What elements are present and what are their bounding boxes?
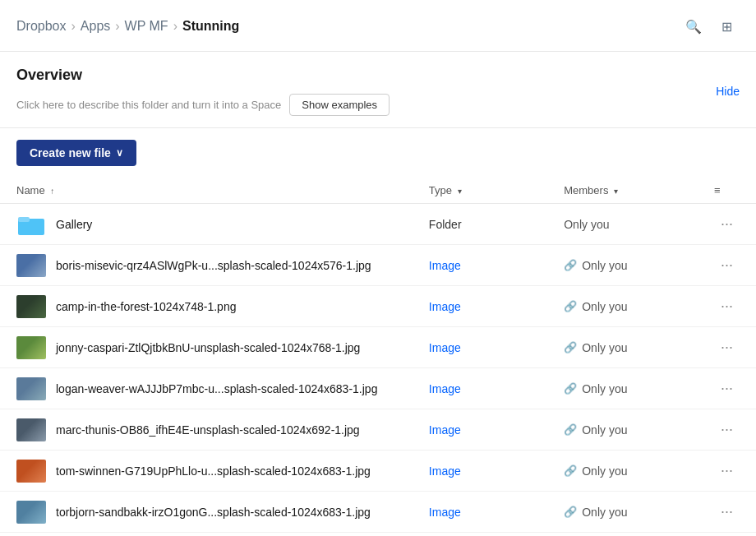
members-label: Only you — [582, 300, 627, 313]
members-cell: 🔗Only you — [564, 464, 681, 478]
members-cell: 🔗Only you — [564, 382, 681, 395]
table-row: torbjorn-sandbakk-irzO1gonG...splash-sca… — [0, 492, 756, 533]
file-table: Name ↑ Type ▾ Members ▾ ≡ — [0, 178, 756, 533]
col-header-members[interactable]: Members ▾ — [547, 178, 698, 204]
breadcrumb-current: Stunning — [182, 19, 239, 34]
sort-arrow-type: ▾ — [458, 187, 462, 196]
members-label: Only you — [582, 464, 627, 478]
more-options-button[interactable]: ··· — [714, 459, 740, 483]
file-thumbnail — [16, 254, 46, 277]
file-name-cell: torbjorn-sandbakk-irzO1gonG...splash-sca… — [16, 501, 396, 524]
file-thumbnail — [16, 418, 46, 441]
overview-description: Click here to describe this folder and t… — [16, 94, 390, 116]
file-name[interactable]: camp-in-the-forest-1024x748-1.png — [56, 300, 236, 313]
file-name-cell: marc-thunis-OB86_ifhE4E-unsplash-scaled-… — [16, 418, 396, 441]
more-options-button[interactable]: ··· — [714, 377, 740, 400]
search-button[interactable]: 🔍 — [680, 13, 707, 39]
svg-rect-1 — [18, 217, 30, 222]
chevron-down-icon: ∨ — [116, 147, 123, 159]
members-label: Only you — [582, 506, 627, 519]
link-icon: 🔗 — [564, 300, 577, 312]
file-name[interactable]: marc-thunis-OB86_ifhE4E-unsplash-scaled-… — [56, 423, 360, 437]
folder-icon — [16, 213, 46, 236]
members-label: Only you — [582, 341, 627, 354]
members-cell: 🔗Only you — [564, 341, 681, 354]
show-examples-button[interactable]: Show examples — [289, 94, 390, 116]
file-thumbnail — [16, 377, 46, 400]
file-type: Image — [429, 300, 461, 313]
header-actions: 🔍 ⊞ — [680, 13, 740, 39]
overview-description-text[interactable]: Click here to describe this folder and t… — [16, 99, 281, 111]
link-icon: 🔗 — [564, 506, 577, 518]
link-icon: 🔗 — [564, 341, 577, 353]
more-options-button[interactable]: ··· — [714, 294, 740, 318]
members-cell: 🔗Only you — [564, 423, 681, 437]
table-row: jonny-caspari-ZtlQjtbkBnU-unsplash-scale… — [0, 327, 756, 368]
members-label: Only you — [582, 382, 627, 395]
file-thumbnail — [16, 295, 46, 318]
file-type: Image — [429, 259, 461, 272]
file-type: Folder — [429, 218, 462, 231]
breadcrumb-sep-3: › — [173, 19, 177, 34]
members-cell: Only you — [564, 218, 681, 231]
grid-view-button[interactable]: ⊞ — [713, 13, 740, 39]
file-name-cell: camp-in-the-forest-1024x748-1.png — [16, 295, 396, 318]
members-label: Only you — [582, 259, 627, 272]
members-cell: 🔗Only you — [564, 300, 681, 313]
table-row: marc-thunis-OB86_ifhE4E-unsplash-scaled-… — [0, 409, 756, 451]
members-cell: 🔗Only you — [564, 506, 681, 519]
sort-arrow-name: ↑ — [50, 187, 54, 196]
grid-icon: ⊞ — [721, 19, 732, 35]
table-row: tom-swinnen-G719UpPhLlo-u...splash-scale… — [0, 451, 756, 492]
overview-title: Overview — [16, 67, 390, 84]
breadcrumb-sep-1: › — [71, 19, 75, 34]
file-thumbnail — [16, 336, 46, 359]
col-header-name[interactable]: Name ↑ — [0, 178, 413, 204]
header: Dropbox › Apps › WP MF › Stunning 🔍 ⊞ — [0, 0, 756, 52]
breadcrumb-dropbox[interactable]: Dropbox — [16, 19, 66, 34]
breadcrumb-wpmf[interactable]: WP MF — [125, 19, 168, 34]
overview-bar: Overview Click here to describe this fol… — [0, 52, 756, 128]
file-type: Image — [429, 382, 461, 395]
link-icon: 🔗 — [564, 259, 577, 271]
overview-left: Overview Click here to describe this fol… — [16, 67, 390, 116]
file-thumbnail — [16, 460, 46, 483]
col-header-type[interactable]: Type ▾ — [413, 178, 547, 204]
breadcrumb-apps[interactable]: Apps — [81, 19, 110, 34]
col-header-actions[interactable]: ≡ — [698, 178, 756, 204]
toolbar: Create new file ∨ — [0, 128, 756, 178]
members-label: Only you — [564, 218, 609, 231]
search-icon: 🔍 — [685, 19, 702, 35]
file-name-cell: boris-misevic-qrz4ASlWgPk-u...splash-sca… — [16, 254, 396, 277]
create-new-file-button[interactable]: Create new file ∨ — [16, 140, 136, 166]
file-type: Image — [429, 423, 461, 437]
file-type: Image — [429, 464, 461, 478]
sort-arrow-members: ▾ — [614, 187, 618, 196]
table-row: logan-weaver-wAJJJbP7mbc-u...splash-scal… — [0, 368, 756, 409]
more-options-button[interactable]: ··· — [714, 253, 740, 277]
more-options-button[interactable]: ··· — [714, 212, 740, 236]
file-name[interactable]: jonny-caspari-ZtlQjtbkBnU-unsplash-scale… — [56, 341, 360, 354]
file-name[interactable]: boris-misevic-qrz4ASlWgPk-u...splash-sca… — [56, 259, 371, 272]
file-name[interactable]: tom-swinnen-G719UpPhLlo-u...splash-scale… — [56, 464, 371, 478]
table-row: Gallery FolderOnly you··· — [0, 204, 756, 245]
link-icon: 🔗 — [564, 423, 577, 436]
create-label: Create new file — [30, 146, 111, 159]
table-row: camp-in-the-forest-1024x748-1.png Image🔗… — [0, 286, 756, 327]
file-name-cell: logan-weaver-wAJJJbP7mbc-u...splash-scal… — [16, 377, 396, 400]
hide-button[interactable]: Hide — [716, 85, 740, 98]
table-row: boris-misevic-qrz4ASlWgPk-u...splash-sca… — [0, 245, 756, 286]
more-options-button[interactable]: ··· — [714, 418, 740, 441]
view-options-icon: ≡ — [714, 184, 721, 196]
more-options-button[interactable]: ··· — [714, 500, 740, 524]
file-name-cell: Gallery — [16, 213, 396, 236]
breadcrumb: Dropbox › Apps › WP MF › Stunning — [16, 19, 239, 34]
file-name-cell: tom-swinnen-G719UpPhLlo-u...splash-scale… — [16, 460, 396, 483]
more-options-button[interactable]: ··· — [714, 335, 740, 359]
members-cell: 🔗Only you — [564, 259, 681, 272]
file-thumbnail — [16, 501, 46, 524]
file-name[interactable]: logan-weaver-wAJJJbP7mbc-u...splash-scal… — [56, 382, 377, 395]
file-name[interactable]: torbjorn-sandbakk-irzO1gonG...splash-sca… — [56, 506, 371, 519]
link-icon: 🔗 — [564, 464, 577, 477]
file-name[interactable]: Gallery — [56, 218, 92, 231]
